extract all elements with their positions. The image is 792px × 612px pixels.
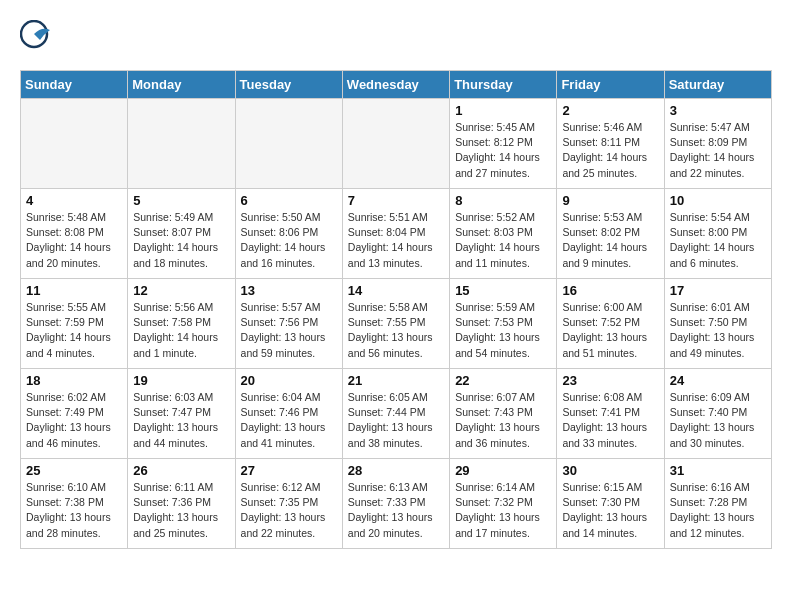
page-header (20, 20, 772, 54)
day-sun-info: Sunrise: 6:12 AMSunset: 7:35 PMDaylight:… (241, 480, 337, 541)
calendar-cell: 30Sunrise: 6:15 AMSunset: 7:30 PMDayligh… (557, 459, 664, 549)
day-sun-info: Sunrise: 5:49 AMSunset: 8:07 PMDaylight:… (133, 210, 229, 271)
weekday-header-saturday: Saturday (664, 71, 771, 99)
calendar-cell (21, 99, 128, 189)
day-number: 8 (455, 193, 551, 208)
calendar-cell (128, 99, 235, 189)
day-number: 16 (562, 283, 658, 298)
day-sun-info: Sunrise: 6:16 AMSunset: 7:28 PMDaylight:… (670, 480, 766, 541)
calendar-table: SundayMondayTuesdayWednesdayThursdayFrid… (20, 70, 772, 549)
day-number: 30 (562, 463, 658, 478)
day-sun-info: Sunrise: 6:13 AMSunset: 7:33 PMDaylight:… (348, 480, 444, 541)
day-number: 7 (348, 193, 444, 208)
day-sun-info: Sunrise: 6:00 AMSunset: 7:52 PMDaylight:… (562, 300, 658, 361)
day-number: 4 (26, 193, 122, 208)
day-number: 22 (455, 373, 551, 388)
calendar-cell: 5Sunrise: 5:49 AMSunset: 8:07 PMDaylight… (128, 189, 235, 279)
calendar-cell: 7Sunrise: 5:51 AMSunset: 8:04 PMDaylight… (342, 189, 449, 279)
weekday-header-tuesday: Tuesday (235, 71, 342, 99)
day-number: 13 (241, 283, 337, 298)
calendar-week-row: 18Sunrise: 6:02 AMSunset: 7:49 PMDayligh… (21, 369, 772, 459)
day-sun-info: Sunrise: 5:53 AMSunset: 8:02 PMDaylight:… (562, 210, 658, 271)
day-number: 2 (562, 103, 658, 118)
calendar-cell: 11Sunrise: 5:55 AMSunset: 7:59 PMDayligh… (21, 279, 128, 369)
day-sun-info: Sunrise: 5:51 AMSunset: 8:04 PMDaylight:… (348, 210, 444, 271)
day-number: 5 (133, 193, 229, 208)
day-number: 31 (670, 463, 766, 478)
day-sun-info: Sunrise: 6:04 AMSunset: 7:46 PMDaylight:… (241, 390, 337, 451)
day-number: 20 (241, 373, 337, 388)
calendar-cell: 1Sunrise: 5:45 AMSunset: 8:12 PMDaylight… (450, 99, 557, 189)
calendar-cell: 18Sunrise: 6:02 AMSunset: 7:49 PMDayligh… (21, 369, 128, 459)
calendar-cell (342, 99, 449, 189)
day-number: 26 (133, 463, 229, 478)
day-sun-info: Sunrise: 6:07 AMSunset: 7:43 PMDaylight:… (455, 390, 551, 451)
calendar-cell: 25Sunrise: 6:10 AMSunset: 7:38 PMDayligh… (21, 459, 128, 549)
day-sun-info: Sunrise: 5:45 AMSunset: 8:12 PMDaylight:… (455, 120, 551, 181)
weekday-header-friday: Friday (557, 71, 664, 99)
day-sun-info: Sunrise: 6:01 AMSunset: 7:50 PMDaylight:… (670, 300, 766, 361)
calendar-cell: 2Sunrise: 5:46 AMSunset: 8:11 PMDaylight… (557, 99, 664, 189)
calendar-cell: 22Sunrise: 6:07 AMSunset: 7:43 PMDayligh… (450, 369, 557, 459)
day-sun-info: Sunrise: 5:55 AMSunset: 7:59 PMDaylight:… (26, 300, 122, 361)
weekday-header-thursday: Thursday (450, 71, 557, 99)
calendar-cell: 28Sunrise: 6:13 AMSunset: 7:33 PMDayligh… (342, 459, 449, 549)
day-number: 19 (133, 373, 229, 388)
day-number: 17 (670, 283, 766, 298)
day-number: 14 (348, 283, 444, 298)
logo-icon (20, 20, 54, 54)
day-number: 12 (133, 283, 229, 298)
calendar-cell: 23Sunrise: 6:08 AMSunset: 7:41 PMDayligh… (557, 369, 664, 459)
calendar-cell (235, 99, 342, 189)
calendar-week-row: 11Sunrise: 5:55 AMSunset: 7:59 PMDayligh… (21, 279, 772, 369)
calendar-cell: 15Sunrise: 5:59 AMSunset: 7:53 PMDayligh… (450, 279, 557, 369)
day-number: 24 (670, 373, 766, 388)
day-number: 10 (670, 193, 766, 208)
day-number: 15 (455, 283, 551, 298)
calendar-cell: 29Sunrise: 6:14 AMSunset: 7:32 PMDayligh… (450, 459, 557, 549)
calendar-cell: 27Sunrise: 6:12 AMSunset: 7:35 PMDayligh… (235, 459, 342, 549)
day-sun-info: Sunrise: 5:56 AMSunset: 7:58 PMDaylight:… (133, 300, 229, 361)
weekday-header-monday: Monday (128, 71, 235, 99)
calendar-cell: 20Sunrise: 6:04 AMSunset: 7:46 PMDayligh… (235, 369, 342, 459)
day-number: 6 (241, 193, 337, 208)
calendar-cell: 31Sunrise: 6:16 AMSunset: 7:28 PMDayligh… (664, 459, 771, 549)
calendar-cell: 4Sunrise: 5:48 AMSunset: 8:08 PMDaylight… (21, 189, 128, 279)
day-number: 1 (455, 103, 551, 118)
day-number: 23 (562, 373, 658, 388)
day-sun-info: Sunrise: 6:08 AMSunset: 7:41 PMDaylight:… (562, 390, 658, 451)
calendar-cell: 16Sunrise: 6:00 AMSunset: 7:52 PMDayligh… (557, 279, 664, 369)
calendar-cell: 8Sunrise: 5:52 AMSunset: 8:03 PMDaylight… (450, 189, 557, 279)
day-sun-info: Sunrise: 5:46 AMSunset: 8:11 PMDaylight:… (562, 120, 658, 181)
day-number: 3 (670, 103, 766, 118)
calendar-cell: 9Sunrise: 5:53 AMSunset: 8:02 PMDaylight… (557, 189, 664, 279)
calendar-week-row: 1Sunrise: 5:45 AMSunset: 8:12 PMDaylight… (21, 99, 772, 189)
calendar-cell: 24Sunrise: 6:09 AMSunset: 7:40 PMDayligh… (664, 369, 771, 459)
day-sun-info: Sunrise: 5:50 AMSunset: 8:06 PMDaylight:… (241, 210, 337, 271)
calendar-cell: 19Sunrise: 6:03 AMSunset: 7:47 PMDayligh… (128, 369, 235, 459)
day-sun-info: Sunrise: 5:48 AMSunset: 8:08 PMDaylight:… (26, 210, 122, 271)
day-number: 25 (26, 463, 122, 478)
day-sun-info: Sunrise: 5:58 AMSunset: 7:55 PMDaylight:… (348, 300, 444, 361)
day-sun-info: Sunrise: 6:05 AMSunset: 7:44 PMDaylight:… (348, 390, 444, 451)
calendar-cell: 14Sunrise: 5:58 AMSunset: 7:55 PMDayligh… (342, 279, 449, 369)
calendar-cell: 26Sunrise: 6:11 AMSunset: 7:36 PMDayligh… (128, 459, 235, 549)
day-sun-info: Sunrise: 6:15 AMSunset: 7:30 PMDaylight:… (562, 480, 658, 541)
calendar-cell: 12Sunrise: 5:56 AMSunset: 7:58 PMDayligh… (128, 279, 235, 369)
day-number: 18 (26, 373, 122, 388)
weekday-header-wednesday: Wednesday (342, 71, 449, 99)
day-number: 11 (26, 283, 122, 298)
day-sun-info: Sunrise: 6:02 AMSunset: 7:49 PMDaylight:… (26, 390, 122, 451)
day-sun-info: Sunrise: 6:03 AMSunset: 7:47 PMDaylight:… (133, 390, 229, 451)
day-sun-info: Sunrise: 6:10 AMSunset: 7:38 PMDaylight:… (26, 480, 122, 541)
calendar-cell: 6Sunrise: 5:50 AMSunset: 8:06 PMDaylight… (235, 189, 342, 279)
calendar-cell: 17Sunrise: 6:01 AMSunset: 7:50 PMDayligh… (664, 279, 771, 369)
day-sun-info: Sunrise: 5:54 AMSunset: 8:00 PMDaylight:… (670, 210, 766, 271)
day-sun-info: Sunrise: 6:11 AMSunset: 7:36 PMDaylight:… (133, 480, 229, 541)
calendar-cell: 13Sunrise: 5:57 AMSunset: 7:56 PMDayligh… (235, 279, 342, 369)
day-number: 28 (348, 463, 444, 478)
day-number: 9 (562, 193, 658, 208)
day-sun-info: Sunrise: 5:47 AMSunset: 8:09 PMDaylight:… (670, 120, 766, 181)
calendar-cell: 3Sunrise: 5:47 AMSunset: 8:09 PMDaylight… (664, 99, 771, 189)
day-number: 29 (455, 463, 551, 478)
